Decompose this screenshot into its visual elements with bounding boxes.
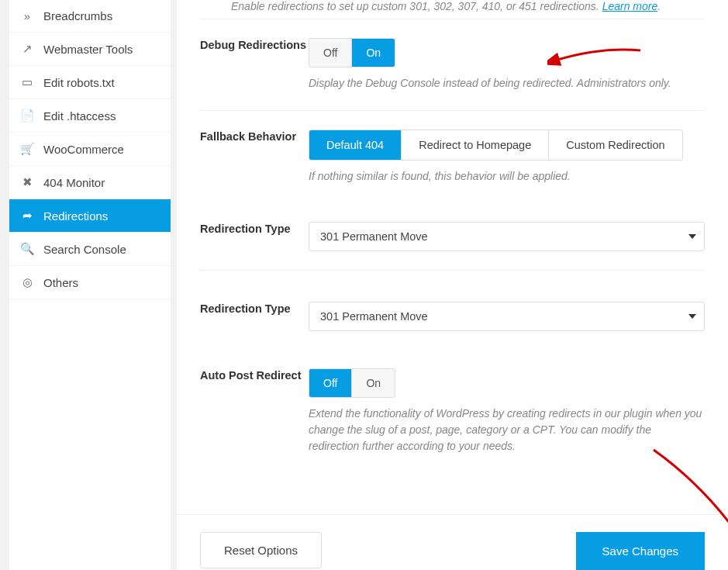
sidebar-item-404-monitor[interactable]: ✖404 Monitor [9,166,171,199]
fallback-custom-button[interactable]: Custom Redirection [548,130,681,160]
sidebar-item-label: Edit .htaccess [43,109,116,123]
sidebar-item-breadcrumbs[interactable]: »Breadcrumbs [9,0,171,33]
sidebar-icon: ✖ [20,175,34,189]
reset-options-button[interactable]: Reset Options [200,532,322,568]
sidebar-icon: ➦ [20,209,34,223]
sidebar-item-label: 404 Monitor [43,176,105,189]
redirection-type-label: Redirection Type [200,222,309,251]
redirection-type-select-2[interactable]: 301 Permanent Move [309,302,705,331]
debug-help-text: Display the Debug Console instead of bei… [309,75,705,92]
sidebar-item-label: WooCommerce [43,143,124,156]
fallback-behavior-label: Fallback Behavior [200,130,309,185]
sidebar-icon: » [20,9,34,22]
debug-redirections-toggle: Off On [309,38,395,67]
save-changes-button[interactable]: Save Changes [576,532,705,570]
autopost-off-button[interactable]: Off [309,369,351,397]
sidebar-icon: 🛒 [20,142,34,156]
sidebar-icon: ↗ [20,42,34,56]
autopost-help-text: Extend the functionality of WordPress by… [309,406,705,454]
sidebar: »Breadcrumbs↗Webmaster Tools▭Edit robots… [9,0,171,570]
fallback-homepage-button[interactable]: Redirect to Homepage [401,130,548,160]
fallback-default404-button[interactable]: Default 404 [309,130,401,160]
sidebar-icon: ▭ [20,75,34,89]
sidebar-item-edit-htaccess[interactable]: 📄Edit .htaccess [9,99,171,133]
debug-redirections-label: Debug Redirections [200,38,309,92]
sidebar-item-label: Edit robots.txt [43,76,115,89]
main-panel: Enable redirections to set up custom 301… [177,0,728,570]
sidebar-icon: 📄 [20,109,34,123]
debug-off-button[interactable]: Off [309,39,351,67]
sidebar-item-label: Search Console [43,243,126,256]
redirection-type-label-2: Redirection Type [200,302,309,331]
sidebar-item-others[interactable]: ◎Others [9,266,171,299]
sidebar-item-label: Redirections [43,209,108,223]
auto-post-redirect-label: Auto Post Redirect [200,368,309,454]
debug-on-button[interactable]: On [351,39,395,67]
sidebar-item-edit-robots-txt[interactable]: ▭Edit robots.txt [9,66,171,99]
sidebar-item-woocommerce[interactable]: 🛒WooCommerce [9,133,171,166]
fallback-behavior-tabs: Default 404 Redirect to Homepage Custom … [309,130,683,161]
sidebar-item-webmaster-tools[interactable]: ↗Webmaster Tools [9,33,171,66]
footer-bar: Reset Options Save Changes [177,514,728,570]
sidebar-icon: 🔍 [20,242,34,256]
sidebar-item-label: Webmaster Tools [43,43,133,56]
sidebar-item-search-console[interactable]: 🔍Search Console [9,233,171,266]
learn-more-link[interactable]: Learn more [602,0,658,12]
sidebar-icon: ◎ [20,275,34,289]
sidebar-item-label: Others [43,276,78,289]
redirection-type-select[interactable]: 301 Permanent Move [309,222,705,251]
intro-text: Enable redirections to set up custom 301… [200,0,705,19]
sidebar-item-redirections[interactable]: ➦Redirections [9,199,171,233]
fallback-help-text: If nothing similar is found, this behavi… [309,168,705,185]
auto-post-redirect-toggle: Off On [309,368,395,398]
sidebar-item-label: Breadcrumbs [43,9,112,22]
autopost-on-button[interactable]: On [351,369,395,397]
